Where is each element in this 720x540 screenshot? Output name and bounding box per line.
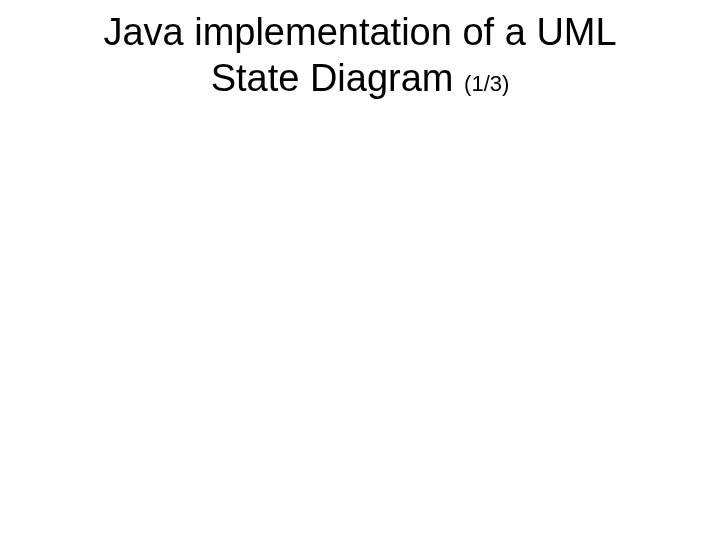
- title-line-1: Java implementation of a UML: [0, 10, 720, 56]
- title-line-2: State Diagram (1/3): [0, 56, 720, 102]
- slide-title: Java implementation of a UML State Diagr…: [0, 10, 720, 101]
- slide: Java implementation of a UML State Diagr…: [0, 0, 720, 540]
- title-line-2-text: State Diagram: [211, 57, 464, 99]
- page-indicator: (1/3): [464, 71, 509, 96]
